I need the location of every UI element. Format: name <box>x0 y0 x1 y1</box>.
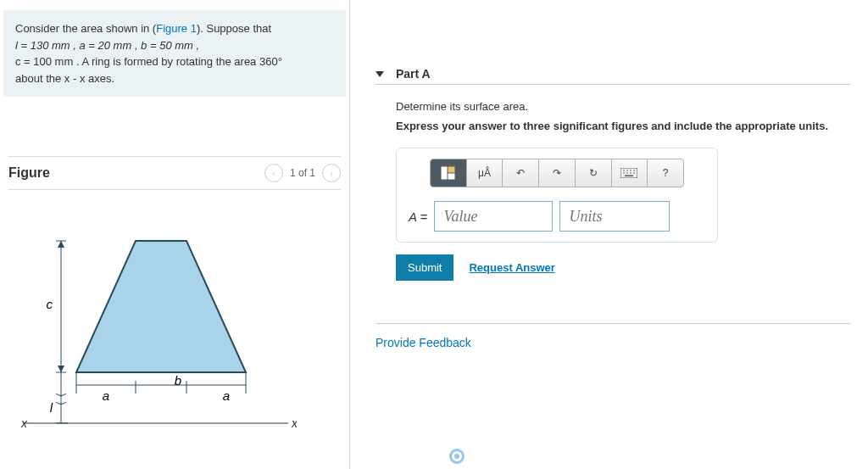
svg-point-24 <box>634 170 636 171</box>
problem-text-2: ). Suppose that <box>197 22 271 35</box>
svg-rect-19 <box>448 174 454 179</box>
format-toolbar: μÅ ↶ ↷ ↻ ? <box>430 159 684 187</box>
svg-point-23 <box>631 170 632 171</box>
part-hint: Express your answer to three significant… <box>396 120 868 132</box>
svg-text:a: a <box>223 388 230 403</box>
answer-panel: μÅ ↶ ↷ ↻ ? A = <box>396 148 718 243</box>
brand-footer <box>449 449 465 464</box>
axis-label-right: x <box>291 416 297 430</box>
svg-point-26 <box>627 172 629 174</box>
svg-point-28 <box>634 172 636 174</box>
part-instruction: Determine its surface area. <box>396 100 868 113</box>
undo-button[interactable]: ↶ <box>503 159 539 187</box>
caret-down-icon <box>376 71 384 77</box>
svg-text:l: l <box>50 400 53 415</box>
equation-label: A = <box>409 209 427 224</box>
part-header[interactable]: Part A <box>376 64 850 85</box>
figure-next-button[interactable]: › <box>322 164 341 182</box>
part-title: Part A <box>396 67 431 81</box>
submit-button[interactable]: Submit <box>396 254 453 281</box>
figure-link[interactable]: Figure 1 <box>156 22 197 35</box>
figure-counter: 1 of 1 <box>290 167 315 179</box>
svg-rect-18 <box>448 167 454 172</box>
problem-text-1: Consider the area shown in ( <box>15 22 156 35</box>
svg-point-25 <box>624 172 626 174</box>
axis-label-left: x <box>20 416 28 430</box>
svg-marker-1 <box>76 241 246 372</box>
reset-button[interactable]: ↻ <box>576 159 612 187</box>
svg-rect-17 <box>442 167 447 179</box>
svg-rect-20 <box>620 168 637 178</box>
problem-statement: Consider the area shown in (Figure 1). S… <box>3 10 346 97</box>
figure-prev-button[interactable]: ‹ <box>264 164 283 182</box>
figure-title: Figure <box>8 165 50 181</box>
help-button[interactable]: ? <box>648 159 683 187</box>
provide-feedback-link[interactable]: Provide Feedback <box>376 323 850 349</box>
template-button[interactable] <box>431 159 467 187</box>
brand-icon <box>449 449 465 464</box>
units-input[interactable] <box>559 201 670 232</box>
keyboard-button[interactable] <box>612 159 648 187</box>
svg-point-27 <box>631 172 632 174</box>
figure-header: Figure ‹ 1 of 1 › <box>8 156 341 190</box>
problem-params-1: l = 130 mm , a = 20 mm , b = 50 mm , <box>15 39 199 52</box>
svg-text:c: c <box>47 297 53 311</box>
svg-rect-29 <box>625 176 633 177</box>
svg-point-22 <box>627 170 629 171</box>
request-answer-link[interactable]: Request Answer <box>469 261 554 274</box>
units-button[interactable]: μÅ <box>467 159 504 187</box>
svg-text:a: a <box>103 388 109 403</box>
svg-text:b: b <box>175 373 181 388</box>
svg-point-21 <box>624 170 626 171</box>
problem-params-2: c = 100 mm . A ring is formed by rotatin… <box>15 55 282 68</box>
problem-axes: about the x - x axes. <box>15 72 114 85</box>
redo-button[interactable]: ↷ <box>539 159 576 187</box>
figure-diagram: x x a b a <box>8 215 297 453</box>
value-input[interactable] <box>434 201 553 232</box>
